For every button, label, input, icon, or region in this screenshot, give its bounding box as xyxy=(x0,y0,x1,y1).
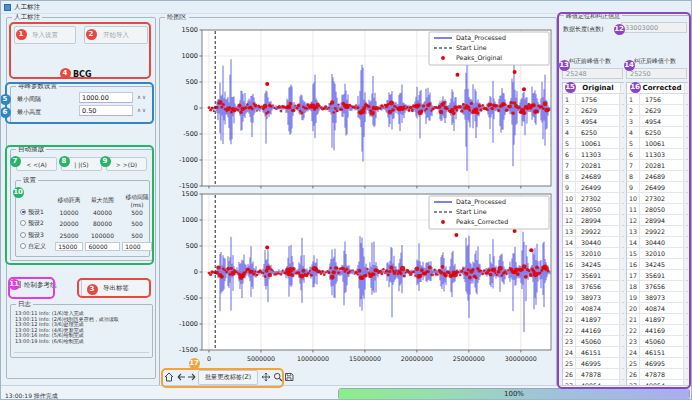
table-row[interactable]: 22629 xyxy=(627,105,687,116)
original-peaks-table[interactable]: Original11756226293495446250510061611303… xyxy=(562,82,624,392)
table-row[interactable]: 611303 xyxy=(627,149,687,160)
preset-column-header: 移动间隔(ms) xyxy=(121,193,153,208)
table-row[interactable]: 1027302 xyxy=(563,193,623,204)
table-row[interactable]: 611303 xyxy=(563,149,623,160)
table-row[interactable]: 1938973 xyxy=(627,292,687,303)
peaks-after-field: 25250 xyxy=(626,68,687,79)
table-row[interactable]: 1735691 xyxy=(627,270,687,281)
min-height-label: 最小高度 xyxy=(17,108,41,117)
preset-custom-input[interactable]: 1000 xyxy=(121,242,153,251)
table-row[interactable]: 11756 xyxy=(563,94,623,105)
preset-custom-input[interactable]: 15000 xyxy=(54,242,84,251)
corrected-peaks-table[interactable]: Corrected1175622629349544625051006161130… xyxy=(626,82,688,392)
table-row[interactable]: 1027302 xyxy=(627,193,687,204)
table-row[interactable]: 720281 xyxy=(563,160,623,171)
table-row[interactable]: 2141897 xyxy=(563,314,623,325)
table-scrollbar[interactable] xyxy=(620,83,624,93)
plot-area-group: 绘图区 150010005000-500-1000-1500Data_Proce… xyxy=(159,17,557,391)
table-row[interactable]: 510061 xyxy=(627,138,687,149)
table-row[interactable]: 2040874 xyxy=(563,303,623,314)
table-row[interactable]: 2446151 xyxy=(563,347,623,358)
table-row[interactable]: 46250 xyxy=(627,127,687,138)
log-output[interactable]: 13:00:11 Info: (1/6)导入完成13:00:11 Info: (… xyxy=(15,311,148,345)
svg-text:-500: -500 xyxy=(183,130,198,138)
home-icon[interactable] xyxy=(164,371,174,383)
table-row[interactable]: 2647878 xyxy=(627,369,687,380)
svg-text:0: 0 xyxy=(207,355,211,362)
preset-value: 100000 xyxy=(84,232,121,239)
save-icon[interactable] xyxy=(284,371,294,383)
table-row[interactable]: 1735691 xyxy=(563,270,623,281)
table-row[interactable]: 1837656 xyxy=(627,281,687,292)
batch-edit-labels-button[interactable]: 批量更改标签(Z) xyxy=(198,370,258,385)
table-row[interactable]: 1634245 xyxy=(563,259,623,270)
autoplay-settings-group-title: 设置 xyxy=(21,177,38,184)
table-row[interactable]: 1228994 xyxy=(627,215,687,226)
min-interval-spinner[interactable]: ∧∨ xyxy=(137,94,147,100)
table-row[interactable]: 1532010 xyxy=(627,248,687,259)
peaks-after-label: 纠正后峰值个数 xyxy=(634,57,676,66)
table-row[interactable]: 34954 xyxy=(627,116,687,127)
preset-radio[interactable]: 预设1 xyxy=(20,208,54,217)
log-scrollbar[interactable] xyxy=(14,352,149,353)
progress-bar: 100% xyxy=(338,388,690,400)
table-row[interactable]: 2244169 xyxy=(563,325,623,336)
back-icon[interactable] xyxy=(176,371,186,383)
zoom-icon[interactable] xyxy=(273,371,283,383)
table-row[interactable]: 824689 xyxy=(563,171,623,182)
table-row[interactable]: 46250 xyxy=(563,127,623,138)
min-height-input[interactable]: 0.50 xyxy=(79,105,133,116)
log-entry: 13:00:19 Info: (6/6)绘制完成 xyxy=(15,339,148,345)
table-row[interactable]: 824689 xyxy=(627,171,687,182)
peak-params-group-title: 寻峰参数设置 xyxy=(16,83,59,90)
preset-table: 移动距离最大范围移动间隔(ms)预设11000040000500预设220000… xyxy=(20,195,153,253)
table-row[interactable]: 1634245 xyxy=(627,259,687,270)
window-icon xyxy=(4,4,11,11)
table-row[interactable]: 1430440 xyxy=(627,237,687,248)
signal-charts[interactable]: 150010005000-500-1000-1500Data_Processed… xyxy=(161,20,555,370)
table-row[interactable]: 1837656 xyxy=(563,281,623,292)
table-row[interactable]: 2345060 xyxy=(627,336,687,347)
table-row[interactable]: 510061 xyxy=(563,138,623,149)
table-row[interactable]: 1329922 xyxy=(627,226,687,237)
table-row[interactable]: 1532010 xyxy=(563,248,623,259)
table-row[interactable]: 1329922 xyxy=(563,226,623,237)
table-scrollbar[interactable] xyxy=(684,83,688,93)
peak-params-group: 寻峰参数设置 最小间隔 1000.00 ∧∨ 最小高度 0.50 ∧∨ xyxy=(10,86,153,124)
autoplay-group: 自动播放 < <(A) | |(S) > >(D) 设置 移动距离最大范围移动间… xyxy=(10,149,153,261)
annotation-marker-4: 4 xyxy=(60,68,71,79)
preset-custom-input[interactable]: 60000 xyxy=(84,242,121,251)
min-height-spinner[interactable]: ∧∨ xyxy=(137,107,147,113)
autoplay-next-button[interactable]: > >(D) xyxy=(106,157,147,171)
peaks-before-label: 纠正前峰值个数 xyxy=(569,57,611,66)
annotation-marker-8: 8 xyxy=(59,156,70,167)
table-row[interactable]: 1430440 xyxy=(563,237,623,248)
table-row[interactable]: 11756 xyxy=(627,94,687,105)
table-row[interactable]: 34954 xyxy=(563,116,623,127)
table-row[interactable]: 2546995 xyxy=(563,358,623,369)
table-row[interactable]: 1938973 xyxy=(563,292,623,303)
table-row[interactable]: 1128050 xyxy=(563,204,623,215)
table-row[interactable]: 1228994 xyxy=(563,215,623,226)
table-row[interactable]: 2141897 xyxy=(627,314,687,325)
preset-radio[interactable]: 预设3 xyxy=(20,231,54,240)
table-row[interactable]: 2345060 xyxy=(563,336,623,347)
table-row[interactable]: 22629 xyxy=(563,105,623,116)
table-row[interactable]: 2446151 xyxy=(627,347,687,358)
preset-radio[interactable]: 自定义 xyxy=(20,242,54,251)
autoplay-prev-button[interactable]: < <(A) xyxy=(16,157,57,171)
table-row[interactable]: 720281 xyxy=(627,160,687,171)
svg-text:1000: 1000 xyxy=(181,52,198,60)
table-row[interactable]: 926499 xyxy=(563,182,623,193)
forward-icon[interactable] xyxy=(187,371,197,383)
table-row[interactable]: 2546995 xyxy=(627,358,687,369)
pan-icon[interactable] xyxy=(261,371,271,383)
min-interval-input[interactable]: 1000.00 xyxy=(79,92,133,103)
table-row[interactable]: 2647878 xyxy=(563,369,623,380)
preset-radio[interactable]: 预设2 xyxy=(20,219,54,228)
annotation-marker-7: 7 xyxy=(10,156,21,167)
table-row[interactable]: 1128050 xyxy=(627,204,687,215)
table-row[interactable]: 926499 xyxy=(627,182,687,193)
table-row[interactable]: 2040874 xyxy=(627,303,687,314)
table-row[interactable]: 2244169 xyxy=(627,325,687,336)
